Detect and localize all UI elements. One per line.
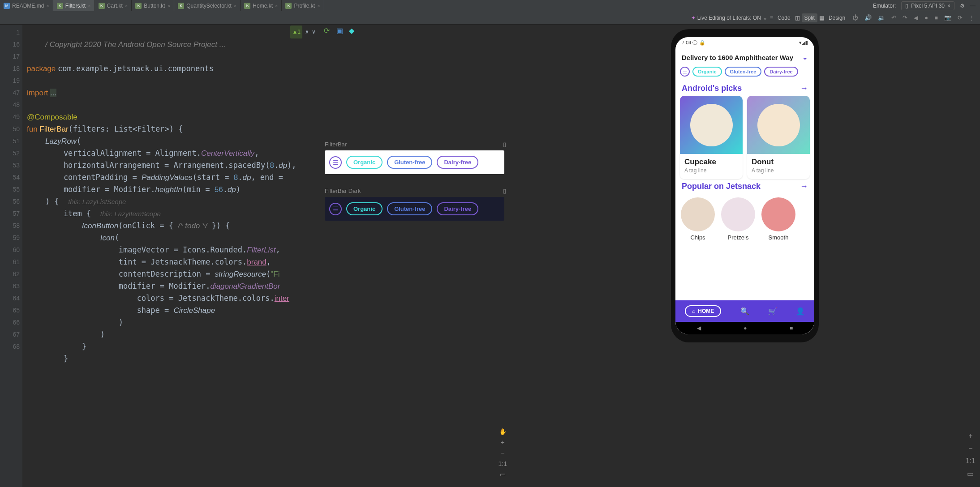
tab-cart[interactable]: KCart.kt× [95, 0, 132, 11]
preview-filterbar-dark: ☰ Organic Gluten-free Dairy-free [325, 197, 504, 221]
split-view-icon: ◫ [795, 15, 800, 21]
back-icon[interactable]: ◀ [912, 13, 920, 22]
deploy-icon[interactable]: ▣ [336, 26, 344, 34]
arrow-right-icon[interactable]: → [800, 182, 808, 191]
zoom-out-icon[interactable]: − [968, 444, 972, 453]
tab-home[interactable]: KHome.kt× [241, 0, 282, 11]
snack-card[interactable]: DonutA tag line [747, 96, 810, 179]
snack-image [690, 104, 733, 146]
next-icon[interactable]: ∨ [312, 26, 316, 38]
chip-glutenfree[interactable]: Gluten-free [387, 156, 432, 169]
close-icon[interactable]: × [168, 3, 170, 9]
tab-button[interactable]: KButton.kt× [132, 0, 174, 11]
cart-icon[interactable]: 🛒 [768, 307, 777, 316]
snack-card[interactable]: CupcakeA tag line [680, 96, 743, 179]
overview-icon[interactable]: ■ [933, 13, 940, 22]
snack-round[interactable]: Chips [681, 197, 715, 241]
close-icon[interactable]: × [234, 3, 236, 9]
volume-up-icon[interactable]: 🔊 [863, 13, 873, 22]
preview-toolbar: ✦Live Editing of Literals: ON⌄ ≡Code ◫Sp… [0, 11, 980, 25]
settings-icon[interactable]: ⚙ [960, 3, 965, 9]
device-toggle-icon[interactable]: ▯ [503, 141, 506, 148]
close-icon[interactable]: × [125, 3, 128, 9]
address-row[interactable]: Delivery to 1600 Amphitheater Way ⌄ [675, 48, 814, 67]
rotate-right-icon[interactable]: ↷ [901, 13, 909, 22]
zoom-reset[interactable]: 1:1 [499, 460, 507, 467]
editor-tab-bar: MREADME.md× KFilters.kt× KCart.kt× KButt… [0, 0, 980, 11]
close-icon[interactable]: × [275, 3, 278, 9]
home-icon[interactable]: ● [923, 13, 930, 22]
snack-round[interactable]: Pretzels [721, 197, 755, 241]
filter-list-icon[interactable]: ☰ [329, 203, 342, 215]
status-bar: 7:04 ⓘ 🔒 ▾◢▮ [675, 37, 814, 48]
tab-filters[interactable]: KFilters.kt× [53, 0, 95, 11]
live-edit-toggle[interactable]: ✦Live Editing of Literals: ON⌄ [691, 15, 767, 21]
device-screen[interactable]: 7:04 ⓘ 🔒 ▾◢▮ Delivery to 1600 Amphitheat… [675, 37, 814, 334]
zoom-reset[interactable]: 1:1 [966, 457, 976, 465]
prev-icon[interactable]: ∧ [305, 26, 309, 38]
home-icon[interactable]: ● [744, 325, 747, 331]
filter-list-icon[interactable]: ☰ [329, 156, 342, 169]
minimize-icon[interactable]: ― [970, 3, 976, 9]
filter-chips: ☰ Organic Gluten-free Dairy-free [675, 67, 814, 81]
overview-icon[interactable]: ■ [790, 325, 793, 331]
section-header: Android's picks → [675, 81, 814, 96]
compose-preview: ⟳ ▣ ◆ ✓ FilterBar▯ ☰ Organic Gluten-free… [319, 25, 510, 487]
code-view-icon: ≡ [770, 15, 773, 21]
pan-icon[interactable]: ✋ [499, 428, 507, 435]
device-selector[interactable]: ▯Pixel 5 API 30× [901, 1, 954, 10]
emulator-label: Emulator: [873, 3, 896, 9]
zoom-in-icon[interactable]: + [968, 432, 972, 440]
tab-readme[interactable]: MREADME.md× [0, 0, 53, 11]
record-icon[interactable]: ⟳ [956, 13, 964, 22]
snack-round[interactable]: Smooth [761, 197, 795, 241]
phone-icon: ▯ [905, 3, 908, 9]
fit-icon[interactable]: ▭ [967, 470, 974, 478]
zoom-in-icon[interactable]: + [501, 439, 504, 446]
file-icon: M [4, 3, 10, 9]
zoom-out-icon[interactable]: − [501, 449, 504, 457]
view-split[interactable]: Split [802, 13, 817, 22]
snack-image [757, 104, 800, 146]
arrow-right-icon[interactable]: → [800, 84, 808, 93]
chip-organic[interactable]: Organic [346, 156, 383, 169]
chip-organic[interactable]: Organic [346, 202, 383, 215]
bottom-nav: ⌂HOME 🔍 🛒 👤 [675, 300, 814, 322]
interactive-icon[interactable]: ◆ [349, 26, 357, 34]
system-nav: ◀ ● ■ [675, 322, 814, 334]
fit-icon[interactable]: ▭ [500, 471, 506, 478]
filter-list-icon[interactable]: ☰ [680, 67, 690, 77]
rotate-left-icon[interactable]: ↶ [890, 13, 898, 22]
emulator-panel: 7:04 ⓘ 🔒 ▾◢▮ Delivery to 1600 Amphitheat… [510, 25, 980, 487]
more-icon[interactable]: ⋮ [967, 13, 976, 22]
screenshot-icon[interactable]: 📷 [942, 13, 953, 22]
tab-quantity[interactable]: KQuantitySelector.kt× [174, 0, 241, 11]
power-icon[interactable]: ⏻ [851, 13, 860, 22]
close-icon[interactable]: × [317, 3, 320, 9]
code-editor[interactable]: ▲1 ∧ ∨ / Copyright 2020 The Android Open… [22, 25, 319, 487]
device-frame: 7:04 ⓘ 🔒 ▾◢▮ Delivery to 1600 Amphitheat… [671, 29, 819, 342]
volume-down-icon[interactable]: 🔉 [876, 13, 887, 22]
file-icon: K [135, 3, 142, 9]
back-icon[interactable]: ◀ [697, 325, 701, 331]
view-code[interactable]: Code [775, 13, 793, 22]
search-icon[interactable]: 🔍 [740, 307, 749, 316]
close-icon[interactable]: × [46, 3, 49, 9]
home-icon: ⌂ [692, 308, 695, 314]
chip-dairyfree[interactable]: Dairy-free [437, 202, 478, 215]
problems-badge[interactable]: ▲1 [290, 26, 302, 38]
nav-home[interactable]: ⌂HOME [685, 305, 721, 317]
file-icon: K [57, 3, 63, 9]
chip-glutenfree[interactable]: Gluten-free [387, 202, 432, 215]
chip[interactable]: Gluten-free [725, 67, 762, 77]
tab-profile[interactable]: KProfile.kt× [282, 0, 324, 11]
profile-icon[interactable]: 👤 [796, 307, 805, 316]
view-design[interactable]: Design [826, 13, 848, 22]
close-icon[interactable]: × [88, 3, 90, 9]
chip[interactable]: Organic [692, 67, 722, 77]
chip-dairyfree[interactable]: Dairy-free [437, 156, 478, 169]
close-icon[interactable]: × [947, 3, 950, 9]
chip[interactable]: Dairy-free [764, 67, 798, 77]
device-toggle-icon[interactable]: ▯ [503, 188, 506, 194]
refresh-icon[interactable]: ⟳ [324, 26, 332, 34]
